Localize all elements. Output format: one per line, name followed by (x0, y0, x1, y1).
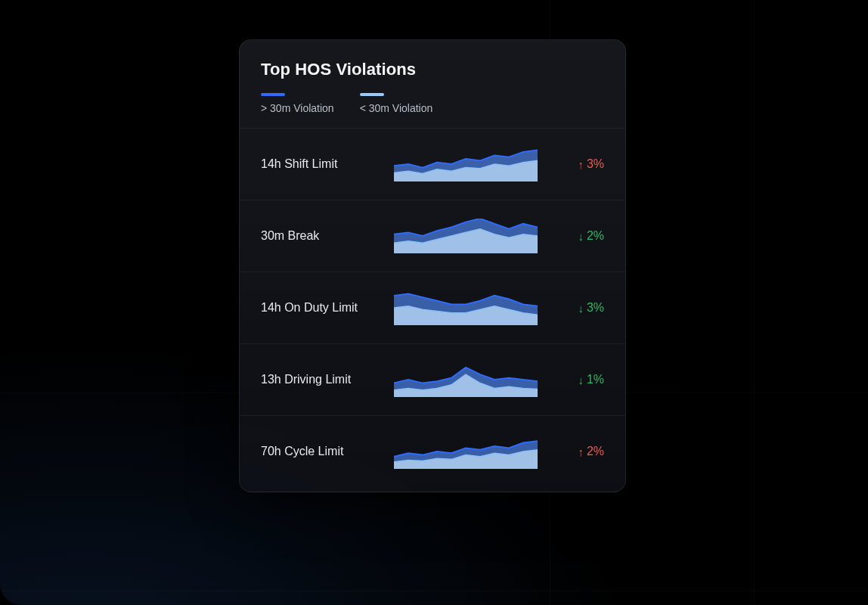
arrow-down-icon: ↓ (578, 374, 584, 386)
violation-row: 30m Break ↓ 2% (240, 200, 625, 272)
violation-label: 13h Driving Limit (261, 373, 380, 386)
delta-badge: ↓ 2% (551, 229, 604, 243)
arrow-up-icon: ↑ (578, 159, 584, 170)
sparkline-chart (394, 362, 538, 397)
arrow-down-icon: ↓ (578, 302, 584, 314)
violation-row: 14h On Duty Limit ↓ 3% (240, 272, 625, 344)
delta-badge: ↓ 1% (551, 373, 604, 386)
delta-value: 1% (587, 373, 604, 386)
violation-row: 14h Shift Limit ↑ 3% (240, 129, 625, 200)
violation-label: 14h Shift Limit (261, 157, 380, 171)
card-title: Top HOS Violations (261, 60, 604, 79)
sparkline-chart (394, 434, 538, 469)
sparkline-chart (394, 290, 538, 325)
arrow-down-icon: ↓ (578, 231, 584, 242)
violation-row: 13h Driving Limit ↓ 1% (240, 344, 625, 416)
legend-item-over-30m: > 30m Violation (261, 93, 334, 114)
delta-badge: ↓ 3% (551, 301, 604, 315)
delta-value: 2% (587, 445, 604, 458)
violation-rows: 14h Shift Limit ↑ 3% 30m Break ↓ 2% 14h … (240, 128, 625, 492)
violation-label: 14h On Duty Limit (261, 301, 380, 315)
legend: > 30m Violation < 30m Violation (240, 93, 625, 128)
legend-swatch-icon (360, 93, 384, 96)
legend-item-under-30m: < 30m Violation (360, 93, 433, 114)
sparkline-chart (394, 219, 538, 253)
arrow-up-icon: ↑ (578, 446, 584, 458)
violation-label: 30m Break (261, 229, 380, 243)
sparkline-chart (394, 147, 538, 182)
app-background: Top HOS Violations > 30m Violation < 30m… (0, 0, 868, 605)
card-header: Top HOS Violations (240, 40, 625, 93)
legend-swatch-icon (261, 93, 285, 96)
violation-label: 70h Cycle Limit (261, 445, 380, 458)
delta-value: 3% (587, 157, 604, 171)
violation-row: 70h Cycle Limit ↑ 2% (240, 416, 625, 492)
legend-label: < 30m Violation (360, 102, 433, 114)
delta-badge: ↑ 2% (551, 445, 604, 458)
delta-badge: ↑ 3% (551, 157, 604, 171)
legend-label: > 30m Violation (261, 102, 334, 114)
hos-violations-card: Top HOS Violations > 30m Violation < 30m… (239, 39, 626, 492)
delta-value: 3% (587, 301, 604, 315)
delta-value: 2% (587, 229, 604, 243)
